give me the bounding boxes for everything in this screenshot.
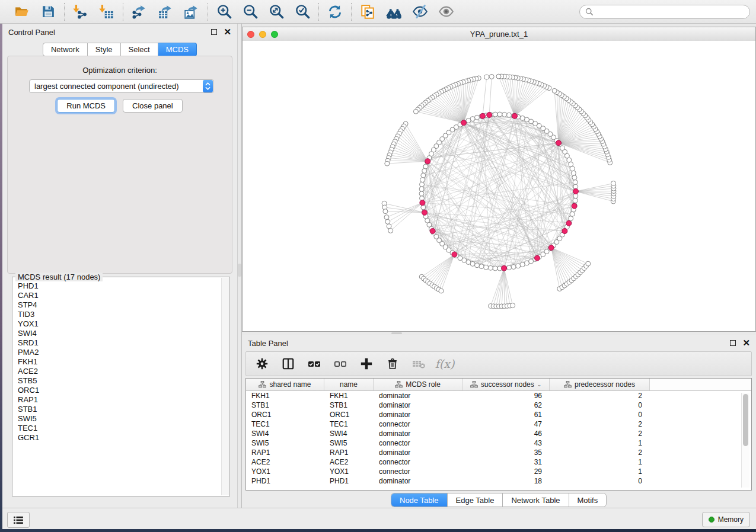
graph-node[interactable] bbox=[570, 166, 575, 171]
graph-node[interactable] bbox=[569, 216, 573, 221]
cell-shared-name[interactable]: RAP1 bbox=[246, 448, 324, 457]
cell-name[interactable]: RAP1 bbox=[324, 448, 374, 457]
graph-satellite-node[interactable] bbox=[511, 303, 515, 308]
vertical-splitter[interactable] bbox=[237, 24, 242, 508]
cell-successor-nodes[interactable]: 43 bbox=[462, 439, 550, 447]
cell-shared-name[interactable]: STB1 bbox=[246, 401, 324, 409]
cell-mcds-role[interactable]: dominator bbox=[374, 392, 462, 400]
graph-node[interactable] bbox=[423, 164, 428, 169]
cell-name[interactable]: PHD1 bbox=[324, 477, 374, 485]
tab-style[interactable]: Style bbox=[88, 43, 121, 56]
graph-dominator-node[interactable] bbox=[425, 159, 430, 164]
graph-node[interactable] bbox=[493, 266, 497, 271]
tab-edge-table[interactable]: Edge Table bbox=[447, 493, 503, 507]
cell-mcds-role[interactable]: connector bbox=[374, 458, 462, 466]
zoom-selected-icon[interactable] bbox=[294, 4, 311, 20]
result-node[interactable]: TID3 bbox=[18, 310, 224, 319]
cell-mcds-role[interactable]: dominator bbox=[374, 448, 462, 457]
hide-selected-icon[interactable] bbox=[412, 4, 428, 20]
graph-edge[interactable] bbox=[422, 203, 486, 267]
network-canvas[interactable] bbox=[243, 41, 755, 331]
table-scrollbar[interactable] bbox=[741, 393, 749, 488]
show-all-icon[interactable] bbox=[438, 4, 454, 20]
result-node[interactable]: ORC1 bbox=[18, 386, 224, 395]
graph-dominator-node[interactable] bbox=[572, 203, 577, 209]
cell-shared-name[interactable]: SWI5 bbox=[246, 439, 324, 447]
cell-successor-nodes[interactable]: 18 bbox=[462, 477, 550, 485]
optimization-criterion-select[interactable]: largest connected component (undirected) bbox=[29, 79, 214, 93]
deselect-all-icon[interactable] bbox=[333, 356, 348, 371]
graph-satellite-node[interactable] bbox=[385, 161, 390, 166]
graph-dominator-node[interactable] bbox=[573, 189, 579, 194]
graph-edge[interactable] bbox=[504, 268, 513, 306]
column-header-name[interactable]: name bbox=[324, 379, 374, 390]
result-node[interactable]: ACE2 bbox=[18, 367, 224, 376]
cell-name[interactable]: ORC1 bbox=[324, 411, 374, 419]
graph-node[interactable] bbox=[484, 265, 489, 270]
search-input[interactable] bbox=[597, 7, 744, 17]
graph-edge[interactable] bbox=[576, 191, 614, 196]
graph-edge[interactable] bbox=[504, 268, 510, 306]
graph-node[interactable] bbox=[525, 117, 529, 122]
result-node[interactable]: PHD1 bbox=[18, 281, 224, 291]
cell-mcds-role[interactable]: dominator bbox=[374, 411, 462, 419]
graph-node[interactable] bbox=[470, 261, 475, 266]
graph-node[interactable] bbox=[419, 187, 424, 191]
graph-satellite-node[interactable] bbox=[388, 228, 393, 233]
result-node[interactable]: STB1 bbox=[18, 405, 224, 414]
cell-mcds-role[interactable]: dominator bbox=[374, 477, 462, 485]
search-field[interactable] bbox=[579, 5, 750, 19]
graph-satellite-node[interactable] bbox=[439, 289, 444, 293]
column-header-successor-nodes[interactable]: successor nodes⌄ bbox=[462, 379, 550, 390]
export-network-icon[interactable] bbox=[131, 4, 148, 20]
cell-successor-nodes[interactable]: 46 bbox=[462, 430, 550, 438]
graph-edge[interactable] bbox=[389, 203, 422, 226]
graph-dominator-node[interactable] bbox=[461, 120, 467, 126]
graph-satellite-node[interactable] bbox=[413, 109, 418, 114]
table-row[interactable]: FKH1FKH1dominator962 bbox=[246, 391, 751, 400]
graph-node[interactable] bbox=[573, 198, 578, 203]
graph-node[interactable] bbox=[475, 115, 480, 120]
graph-satellite-node[interactable] bbox=[611, 181, 616, 186]
graph-edge[interactable] bbox=[551, 248, 572, 280]
first-neighbors-icon[interactable] bbox=[385, 4, 402, 20]
graph-edge[interactable] bbox=[430, 255, 454, 284]
close-panel-icon[interactable]: ✕ bbox=[224, 29, 231, 35]
result-node[interactable]: SWI5 bbox=[18, 414, 224, 424]
splitter-grip[interactable] bbox=[391, 332, 402, 334]
network-window-titlebar[interactable]: YPA_prune.txt_1 bbox=[243, 27, 755, 41]
import-network-icon[interactable] bbox=[72, 4, 89, 20]
tab-motifs[interactable]: Motifs bbox=[569, 493, 607, 507]
graph-dominator-node[interactable] bbox=[562, 229, 567, 234]
graph-edge[interactable] bbox=[493, 268, 504, 306]
result-node[interactable]: SRD1 bbox=[18, 338, 224, 348]
graph-edge[interactable] bbox=[489, 76, 492, 115]
add-column-icon[interactable] bbox=[359, 356, 374, 371]
cell-predecessor-nodes[interactable]: 2 bbox=[550, 448, 650, 457]
cell-name[interactable]: SWI4 bbox=[324, 430, 374, 438]
graph-dominator-node[interactable] bbox=[422, 210, 428, 215]
graph-edge[interactable] bbox=[436, 255, 454, 289]
cell-predecessor-nodes[interactable]: 0 bbox=[550, 411, 650, 419]
graph-node[interactable] bbox=[479, 264, 484, 269]
graph-node[interactable] bbox=[497, 112, 502, 117]
tab-mcds[interactable]: MCDS bbox=[158, 43, 197, 56]
graph-node[interactable] bbox=[570, 211, 575, 216]
graph-node[interactable] bbox=[488, 265, 493, 270]
tab-network[interactable]: Network bbox=[43, 43, 88, 56]
graph-edge[interactable] bbox=[422, 123, 464, 184]
graph-node[interactable] bbox=[502, 112, 507, 117]
graph-dominator-node[interactable] bbox=[452, 252, 457, 257]
cell-predecessor-nodes[interactable]: 2 bbox=[550, 430, 650, 438]
graph-node[interactable] bbox=[421, 173, 426, 178]
cell-shared-name[interactable]: FKH1 bbox=[246, 392, 324, 400]
table-row[interactable]: ACE2ACE2connector311 bbox=[246, 457, 751, 467]
graph-satellite-node[interactable] bbox=[586, 261, 591, 266]
graph-node[interactable] bbox=[573, 184, 578, 189]
cell-mcds-role[interactable]: connector bbox=[374, 420, 462, 428]
delete-column-icon[interactable] bbox=[385, 356, 400, 371]
cell-predecessor-nodes[interactable]: 1 bbox=[550, 458, 650, 466]
result-node[interactable]: CAR1 bbox=[18, 291, 224, 300]
cell-name[interactable]: FKH1 bbox=[324, 392, 374, 400]
float-panel-icon[interactable] bbox=[730, 340, 736, 346]
